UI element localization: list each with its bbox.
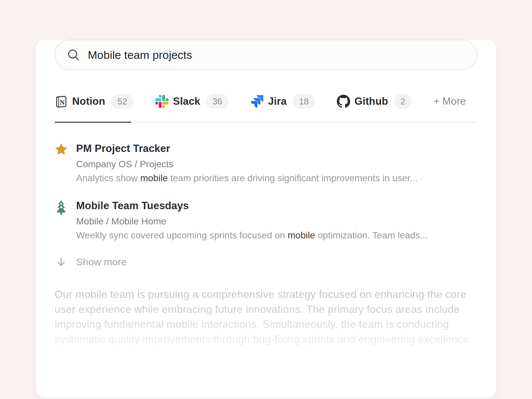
result-body: PM Project Tracker Company OS / Projects… — [76, 142, 418, 184]
search-results: PM Project Tracker Company OS / Projects… — [55, 142, 477, 241]
tab-label: Slack — [173, 95, 200, 107]
tab-count-badge: 18 — [293, 94, 315, 109]
tab-more[interactable]: + More — [434, 95, 466, 107]
source-tabs: N Notion 52 Slack 36 — [55, 93, 477, 109]
tab-count-badge: 52 — [111, 94, 133, 109]
result-snippet: Analytics show mobile team priorities ar… — [76, 173, 418, 184]
tab-slack[interactable]: Slack 36 — [155, 94, 228, 109]
svg-text:N: N — [60, 98, 65, 106]
result-snippet: Weekly sync covered upcoming sprints foc… — [76, 230, 428, 241]
result-breadcrumb: Mobile / Mobile Home — [76, 216, 428, 227]
star-icon — [55, 143, 68, 156]
active-tab-underline — [55, 122, 131, 123]
tab-count-badge: 2 — [394, 94, 411, 109]
github-logo-icon — [337, 95, 350, 108]
tab-count-badge: 36 — [206, 94, 228, 109]
jira-logo-icon — [250, 95, 264, 108]
tab-jira[interactable]: Jira 18 — [250, 94, 315, 109]
search-panel: N Notion 52 Slack 36 — [36, 40, 496, 398]
arrow-down-icon — [55, 256, 68, 268]
result-item[interactable]: Mobile Team Tuesdays Mobile / Mobile Hom… — [55, 199, 477, 241]
result-breadcrumb: Company OS / Projects — [76, 159, 418, 170]
show-more-button[interactable]: Show more — [55, 256, 477, 268]
highlighted-keyword: mobile — [140, 173, 168, 183]
highlighted-keyword: mobile — [288, 230, 315, 240]
notion-logo-icon: N — [55, 95, 68, 108]
more-tabs-label: + More — [434, 95, 466, 107]
result-body: Mobile Team Tuesdays Mobile / Mobile Hom… — [76, 199, 428, 241]
result-title: Mobile Team Tuesdays — [76, 199, 428, 212]
show-more-label: Show more — [76, 256, 127, 268]
tab-label: Jira — [268, 95, 287, 107]
search-icon — [67, 49, 80, 61]
slack-logo-icon — [155, 95, 169, 108]
tabs-divider — [55, 122, 477, 123]
search-bar[interactable] — [55, 40, 477, 70]
search-input[interactable] — [88, 49, 465, 62]
tab-notion[interactable]: N Notion 52 — [55, 94, 133, 109]
tab-label: Notion — [72, 95, 105, 107]
pine-tree-icon — [55, 200, 68, 215]
result-title: PM Project Tracker — [76, 142, 418, 155]
ai-summary-text: Our mobile team is pursuing a comprehens… — [55, 287, 472, 347]
tab-github[interactable]: Github 2 — [337, 94, 412, 109]
tab-label: Github — [354, 95, 388, 107]
result-item[interactable]: PM Project Tracker Company OS / Projects… — [55, 142, 477, 184]
